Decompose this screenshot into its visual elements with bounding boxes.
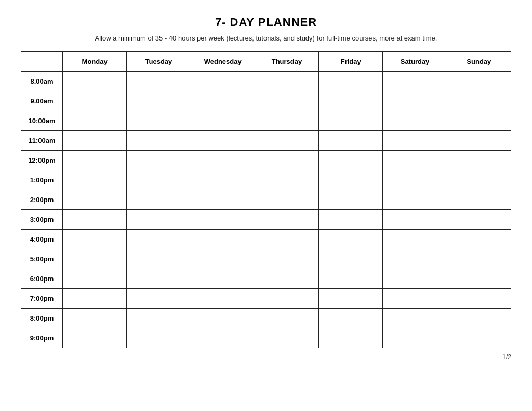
- planner-cell[interactable]: [255, 289, 318, 309]
- planner-cell[interactable]: [63, 230, 127, 249]
- planner-cell[interactable]: [447, 269, 511, 289]
- planner-cell[interactable]: [127, 289, 191, 309]
- planner-cell[interactable]: [383, 190, 447, 210]
- planner-cell[interactable]: [319, 131, 383, 151]
- planner-cell[interactable]: [319, 210, 383, 230]
- planner-cell[interactable]: [63, 309, 127, 328]
- planner-cell[interactable]: [447, 289, 511, 309]
- planner-cell[interactable]: [319, 289, 383, 309]
- planner-cell[interactable]: [255, 269, 318, 289]
- planner-cell[interactable]: [127, 309, 191, 328]
- planner-cell[interactable]: [447, 309, 511, 328]
- planner-cell[interactable]: [383, 249, 447, 269]
- planner-cell[interactable]: [383, 111, 447, 131]
- planner-cell[interactable]: [447, 328, 511, 348]
- planner-cell[interactable]: [63, 210, 127, 230]
- planner-cell[interactable]: [383, 170, 447, 190]
- planner-cell[interactable]: [127, 111, 191, 131]
- planner-cell[interactable]: [63, 190, 127, 210]
- planner-cell[interactable]: [319, 328, 383, 348]
- planner-cell[interactable]: [127, 170, 191, 190]
- planner-cell[interactable]: [255, 91, 318, 111]
- planner-cell[interactable]: [383, 72, 447, 91]
- planner-cell[interactable]: [127, 210, 191, 230]
- planner-cell[interactable]: [319, 151, 383, 170]
- planner-cell[interactable]: [383, 91, 447, 111]
- planner-cell[interactable]: [63, 289, 127, 309]
- planner-cell[interactable]: [255, 72, 318, 91]
- planner-cell[interactable]: [319, 111, 383, 131]
- planner-cell[interactable]: [63, 111, 127, 131]
- planner-cell[interactable]: [447, 151, 511, 170]
- planner-cell[interactable]: [191, 91, 255, 111]
- planner-cell[interactable]: [127, 72, 191, 91]
- planner-cell[interactable]: [191, 190, 255, 210]
- planner-cell[interactable]: [255, 170, 318, 190]
- planner-cell[interactable]: [319, 309, 383, 328]
- planner-cell[interactable]: [191, 151, 255, 170]
- planner-cell[interactable]: [191, 269, 255, 289]
- planner-cell[interactable]: [127, 328, 191, 348]
- planner-cell[interactable]: [191, 111, 255, 131]
- planner-cell[interactable]: [191, 328, 255, 348]
- planner-cell[interactable]: [255, 131, 318, 151]
- planner-cell[interactable]: [63, 131, 127, 151]
- planner-cell[interactable]: [447, 131, 511, 151]
- planner-cell[interactable]: [447, 190, 511, 210]
- planner-cell[interactable]: [319, 269, 383, 289]
- planner-cell[interactable]: [127, 269, 191, 289]
- time-cell: 6:00pm: [21, 269, 63, 289]
- planner-cell[interactable]: [383, 309, 447, 328]
- planner-cell[interactable]: [447, 249, 511, 269]
- planner-cell[interactable]: [191, 309, 255, 328]
- planner-cell[interactable]: [63, 269, 127, 289]
- planner-cell[interactable]: [383, 328, 447, 348]
- planner-cell[interactable]: [255, 309, 318, 328]
- planner-cell[interactable]: [255, 111, 318, 131]
- planner-cell[interactable]: [63, 91, 127, 111]
- planner-cell[interactable]: [127, 230, 191, 249]
- planner-cell[interactable]: [127, 190, 191, 210]
- planner-cell[interactable]: [319, 190, 383, 210]
- planner-cell[interactable]: [191, 249, 255, 269]
- planner-cell[interactable]: [447, 170, 511, 190]
- planner-cell[interactable]: [319, 170, 383, 190]
- planner-cell[interactable]: [383, 131, 447, 151]
- planner-cell[interactable]: [127, 249, 191, 269]
- planner-cell[interactable]: [63, 170, 127, 190]
- planner-cell[interactable]: [383, 269, 447, 289]
- table-row: 5:00pm: [21, 249, 511, 269]
- planner-cell[interactable]: [447, 230, 511, 249]
- planner-cell[interactable]: [127, 151, 191, 170]
- planner-cell[interactable]: [63, 328, 127, 348]
- planner-cell[interactable]: [319, 249, 383, 269]
- planner-cell[interactable]: [63, 151, 127, 170]
- planner-cell[interactable]: [191, 289, 255, 309]
- planner-cell[interactable]: [63, 249, 127, 269]
- planner-cell[interactable]: [191, 131, 255, 151]
- planner-cell[interactable]: [191, 230, 255, 249]
- planner-cell[interactable]: [255, 151, 318, 170]
- planner-cell[interactable]: [127, 91, 191, 111]
- planner-cell[interactable]: [447, 72, 511, 91]
- planner-cell[interactable]: [319, 230, 383, 249]
- planner-cell[interactable]: [383, 230, 447, 249]
- planner-cell[interactable]: [319, 72, 383, 91]
- planner-cell[interactable]: [255, 328, 318, 348]
- planner-cell[interactable]: [255, 210, 318, 230]
- planner-cell[interactable]: [447, 210, 511, 230]
- planner-cell[interactable]: [191, 72, 255, 91]
- planner-cell[interactable]: [383, 289, 447, 309]
- planner-cell[interactable]: [255, 190, 318, 210]
- planner-cell[interactable]: [255, 249, 318, 269]
- planner-cell[interactable]: [191, 170, 255, 190]
- planner-cell[interactable]: [191, 210, 255, 230]
- planner-cell[interactable]: [383, 210, 447, 230]
- planner-cell[interactable]: [383, 151, 447, 170]
- planner-cell[interactable]: [63, 72, 127, 91]
- planner-cell[interactable]: [447, 111, 511, 131]
- planner-cell[interactable]: [319, 91, 383, 111]
- planner-cell[interactable]: [447, 91, 511, 111]
- planner-cell[interactable]: [255, 230, 318, 249]
- planner-cell[interactable]: [127, 131, 191, 151]
